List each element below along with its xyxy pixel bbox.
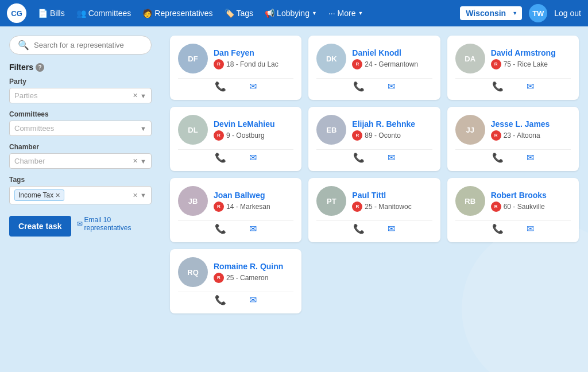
rep-district-4: 89 - Oconto [365, 131, 401, 140]
rep-email-icon-9[interactable]: ✉ [249, 294, 257, 305]
rep-card-actions-2: 📞 ✉ [455, 78, 571, 92]
nav-item-more[interactable]: ··· More ▼ [324, 6, 368, 20]
rep-card-top: DA David Armstrong R 75 - Rice Lake [455, 44, 571, 73]
rep-phone-icon-3[interactable]: 📞 [215, 152, 226, 163]
logout-button[interactable]: Log out [554, 9, 581, 18]
rep-party-row-5: R 23 - Altoona [491, 130, 550, 141]
email-icon: ✉ [77, 220, 83, 228]
rep-name-9[interactable]: Romaine R. Quinn [214, 262, 283, 271]
chamber-clear-icon[interactable]: ✕ [133, 157, 138, 165]
rep-info-4: Elijah R. Behnke R 89 - Oconto [352, 119, 415, 141]
party-label: Party [9, 78, 152, 86]
rep-card-actions-9: 📞 ✉ [178, 292, 293, 305]
chamber-chevron-icon: ▼ [140, 158, 146, 165]
more-icon: ··· [328, 9, 335, 18]
rep-card-top: JB Joan Ballweg R 14 - Markesan [178, 186, 293, 216]
rep-name-3[interactable]: Devin LeMahieu [214, 119, 275, 129]
rep-name-2[interactable]: David Armstrong [491, 48, 556, 57]
rep-avatar-7: PT [316, 186, 346, 216]
rep-avatar-8: RB [455, 186, 485, 216]
rep-card-actions-7: 📞 ✉ [316, 220, 432, 234]
rep-party-row-4: R 89 - Oconto [352, 130, 415, 141]
rep-card-top: EB Elijah R. Behnke R 89 - Oconto [316, 115, 432, 145]
rep-email-icon-4[interactable]: ✉ [388, 152, 395, 163]
rep-party-badge-9: R [214, 273, 224, 283]
tags-icon: 🏷️ [225, 9, 234, 18]
rep-district-1: 24 - Germantown [365, 60, 418, 68]
chamber-select[interactable]: Chamber ✕ ▼ [9, 153, 152, 169]
rep-email-icon-3[interactable]: ✉ [249, 152, 257, 163]
rep-phone-icon-2[interactable]: 📞 [492, 81, 504, 92]
search-bar[interactable]: 🔍 [9, 36, 152, 55]
more-dropdown-icon: ▼ [358, 10, 363, 16]
rep-phone-icon-4[interactable]: 📞 [353, 152, 365, 163]
rep-name-5[interactable]: Jesse L. James [491, 119, 550, 129]
rep-card-top: RB Robert Brooks R 60 - Saukville [455, 186, 571, 216]
filters-info-icon: ? [36, 63, 44, 72]
tag-remove-icon[interactable]: ✕ [55, 192, 60, 199]
income-tax-tag[interactable]: Income Tax ✕ [14, 189, 64, 201]
rep-card: RB Robert Brooks R 60 - Saukville 📞 ✉ [447, 178, 579, 242]
rep-party-row-1: R 24 - Germantown [352, 59, 418, 69]
rep-phone-icon-1[interactable]: 📞 [353, 81, 365, 92]
filters-header: Filters ? [9, 63, 152, 72]
nav-item-tags[interactable]: 🏷️ Tags [220, 6, 258, 20]
rep-party-badge-4: R [352, 130, 362, 141]
rep-phone-icon-5[interactable]: 📞 [492, 152, 504, 163]
chamber-label: Chamber [9, 143, 152, 151]
nav-item-bills[interactable]: 📄 Bills [33, 6, 69, 20]
tags-clear-icon[interactable]: ✕ [133, 192, 138, 199]
rep-phone-icon-8[interactable]: 📞 [492, 223, 504, 234]
rep-avatar-6: JB [178, 186, 208, 216]
rep-email-icon-6[interactable]: ✉ [249, 223, 257, 234]
rep-name-7[interactable]: Paul Tittl [352, 191, 411, 200]
committees-filter-section: Committees Committees ▼ [9, 110, 152, 136]
rep-avatar-4: EB [316, 115, 346, 145]
rep-card-top: DK Daniel Knodl R 24 - Germantown [316, 44, 432, 73]
rep-name-0[interactable]: Dan Feyen [214, 48, 278, 57]
rep-name-6[interactable]: Joan Ballweg [214, 191, 270, 200]
rep-card: DA David Armstrong R 75 - Rice Lake 📞 ✉ [447, 36, 579, 100]
nav-item-representatives[interactable]: 🧑 Representatives [138, 6, 217, 20]
sidebar: 🔍 Filters ? Party Parties ✕ ▼ Committees [0, 26, 161, 372]
rep-email-icon-2[interactable]: ✉ [527, 81, 534, 92]
nav-logo[interactable]: CG [7, 3, 26, 23]
rep-avatar-1: DK [316, 44, 346, 73]
tags-input-area[interactable]: Income Tax ✕ ✕ ▼ [9, 186, 152, 204]
rep-name-4[interactable]: Elijah R. Behnke [352, 119, 415, 129]
rep-email-icon-8[interactable]: ✉ [527, 223, 534, 234]
rep-info-9: Romaine R. Quinn R 25 - Cameron [214, 262, 283, 283]
navbar: CG 📄 Bills 👥 Committees 🧑 Representative… [0, 0, 588, 26]
rep-card: DK Daniel Knodl R 24 - Germantown 📞 ✉ [308, 36, 440, 100]
rep-phone-icon-6[interactable]: 📞 [215, 223, 226, 234]
nav-item-lobbying[interactable]: 📢 Lobbying ▼ [260, 6, 322, 20]
rep-email-icon-1[interactable]: ✉ [388, 81, 395, 92]
party-clear-icon[interactable]: ✕ [133, 92, 138, 99]
nav-item-committees[interactable]: 👥 Committees [72, 6, 136, 20]
rep-card-actions-8: 📞 ✉ [455, 220, 571, 234]
committees-select[interactable]: Committees ▼ [9, 121, 152, 136]
rep-name-8[interactable]: Robert Brooks [491, 191, 547, 200]
rep-party-badge-3: R [214, 130, 224, 141]
rep-email-icon-7[interactable]: ✉ [388, 223, 395, 234]
rep-name-1[interactable]: Daniel Knodl [352, 48, 418, 57]
committees-label: Committees [9, 110, 152, 118]
rep-party-badge-7: R [352, 202, 362, 212]
rep-phone-icon-0[interactable]: 📞 [215, 81, 226, 92]
rep-phone-icon-7[interactable]: 📞 [353, 223, 365, 234]
rep-party-badge-0: R [214, 59, 224, 69]
rep-card-top: JJ Jesse L. James R 23 - Altoona [455, 115, 571, 145]
create-task-button[interactable]: Create task [9, 216, 71, 237]
rep-phone-icon-9[interactable]: 📞 [215, 294, 226, 305]
rep-email-icon-0[interactable]: ✉ [249, 81, 257, 92]
party-select[interactable]: Parties ✕ ▼ [9, 88, 152, 103]
party-filter-section: Party Parties ✕ ▼ [9, 78, 152, 103]
rep-party-badge-8: R [491, 202, 501, 212]
rep-info-2: David Armstrong R 75 - Rice Lake [491, 48, 556, 69]
rep-info-6: Joan Ballweg R 14 - Markesan [214, 191, 270, 212]
search-input[interactable] [34, 41, 143, 49]
rep-email-icon-5[interactable]: ✉ [527, 152, 534, 163]
state-selector[interactable]: Wisconsin [460, 6, 522, 20]
email-representatives-button[interactable]: ✉ Email 10 representatives [77, 216, 131, 232]
state-selector-wrapper[interactable]: Wisconsin [460, 6, 522, 20]
